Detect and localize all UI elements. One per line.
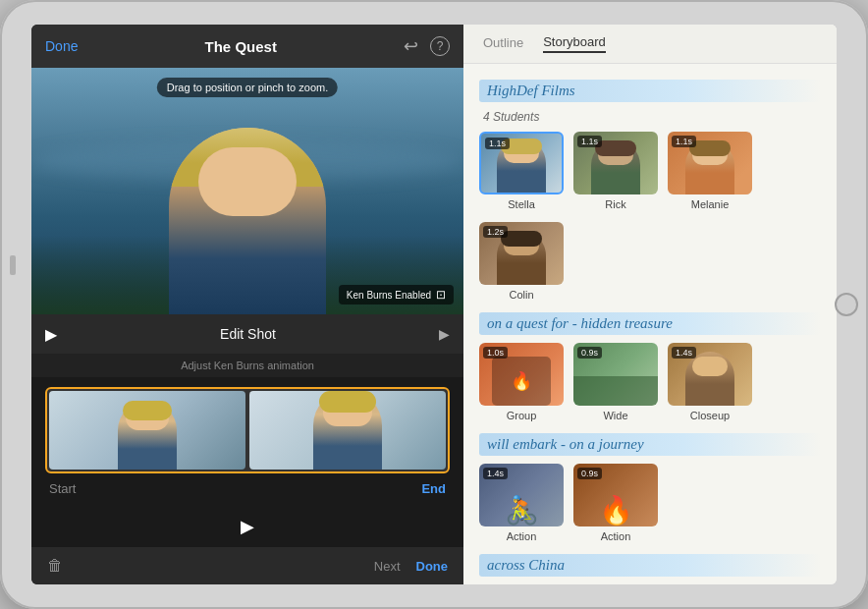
shot-action1[interactable]: 🚴 1.4s Action [479,464,564,542]
shot-thumb-group[interactable]: 🔥 1.0s [479,343,564,406]
bottom-action-bar: 🗑 Next Done [31,547,463,584]
next-button[interactable]: Next [374,559,401,574]
shot-melanie[interactable]: 1.1s Melanie [668,132,752,210]
label-melanie: Melanie [691,198,730,210]
done-action-button[interactable]: Done [416,559,449,574]
shot-thumb-colin[interactable]: 1.2s [479,222,564,285]
shot-colin[interactable]: 1.2s Colin [479,222,564,301]
delete-button[interactable]: 🗑 [47,557,63,575]
label-group: Group [507,410,537,421]
undo-button[interactable]: ↩ [404,35,418,57]
home-button[interactable] [835,293,858,316]
ipad-frame: Done The Quest ↩ ? Drag to position or p… [0,0,868,609]
help-button[interactable]: ? [430,36,450,56]
adjust-text: Adjust Ken Burns animation [31,354,463,377]
bottom-play-button[interactable]: ▶ [241,516,254,537]
label-action1: Action [507,530,537,542]
left-panel: Done The Quest ↩ ? Drag to position or p… [31,25,463,584]
shot-thumb-rick[interactable]: 1.1s [573,132,658,194]
ken-burns-frames [45,387,450,473]
kb-frame-end[interactable] [249,391,446,470]
tab-bar: Outline Storyboard [463,25,837,64]
top-bar: Done The Quest ↩ ? [31,25,463,68]
video-preview: Drag to position or pinch to zoom. Ken B… [31,68,463,314]
section-header-highdef: HighDef Films [479,80,821,102]
duration-colin: 1.2s [483,226,508,238]
play-button[interactable]: ▶ [45,325,57,344]
label-stella: Stella [508,198,535,210]
ken-burns-badge: Ken Burns Enabled [339,285,454,304]
label-wide: Wide [603,410,627,421]
section-header-china: across China [479,554,821,577]
video-hint: Drag to position or pinch to zoom. [157,78,338,97]
side-button [10,255,16,275]
shot-closeup1[interactable]: 1.4s Closeup [668,343,752,421]
duration-group: 1.0s [483,347,508,359]
shot-thumb-action1[interactable]: 🚴 1.4s [479,464,564,526]
shot-thumb-wide[interactable]: 0.9s [573,343,658,406]
kb-start-label: Start [49,481,76,496]
shot-group[interactable]: 🔥 1.0s Group [479,343,564,421]
duration-stella: 1.1s [485,138,510,149]
shot-action2[interactable]: 🔥 0.9s Action [573,464,658,542]
top-bar-icons: ↩ ? [404,35,450,57]
duration-rick: 1.1s [577,136,602,147]
shot-stella[interactable]: 1.1s Stella [479,132,564,210]
duration-action2: 0.9s [577,468,602,479]
fullscreen-button[interactable]: ▶ [439,326,450,342]
tab-storyboard[interactable]: Storyboard [543,34,606,53]
section-header-quest: on a quest for - hidden treasure [479,312,821,335]
label-colin: Colin [509,289,533,301]
shot-thumb-action2[interactable]: 🔥 0.9s [573,464,658,526]
storyboard-content: HighDef Films 4 Students 1.1s Stella [463,64,837,584]
section-sub-students: 4 Students [479,110,821,124]
duration-closeup1: 1.4s [672,347,696,359]
section-header-journey: will embark - on a journey [479,433,821,456]
shots-row-journey: 🚴 1.4s Action 🔥 0.9s Action [479,464,821,542]
label-action2: Action [601,530,631,542]
shot-wide[interactable]: 0.9s Wide [573,343,658,421]
project-title: The Quest [78,38,404,55]
shots-row-quest: 🔥 1.0s Group 0.9s Wide [479,343,821,421]
shots-row-students: 1.1s Stella 1.1s Rick [479,132,821,210]
shot-thumb-closeup1[interactable]: 1.4s [668,343,752,406]
screen: Done The Quest ↩ ? Drag to position or p… [31,25,837,584]
edit-shot-bar: ▶ Edit Shot ▶ [31,314,463,354]
duration-action1: 1.4s [483,468,508,479]
shot-thumb-stella[interactable]: 1.1s [479,132,564,194]
top-bar-left: Done [45,38,78,54]
ken-burns-strip: Start End [31,377,463,506]
duration-wide: 0.9s [577,347,602,359]
label-closeup1: Closeup [690,410,730,421]
shot-thumb-melanie[interactable]: 1.1s [668,132,752,194]
shots-row-colin: 1.2s Colin [479,222,821,301]
bottom-controls: ▶ [31,506,463,547]
kb-frame-start[interactable] [49,391,245,470]
done-button[interactable]: Done [45,38,78,54]
kb-labels: Start End [45,481,450,496]
edit-shot-title: Edit Shot [220,326,276,342]
label-rick: Rick [605,198,625,210]
duration-melanie: 1.1s [672,136,696,147]
right-panel: Outline Storyboard HighDef Films 4 Stude… [463,25,837,584]
kb-end-label: End [421,481,446,496]
shot-rick[interactable]: 1.1s Rick [573,132,658,210]
action-buttons: Next Done [374,559,448,574]
tab-outline[interactable]: Outline [483,35,523,52]
